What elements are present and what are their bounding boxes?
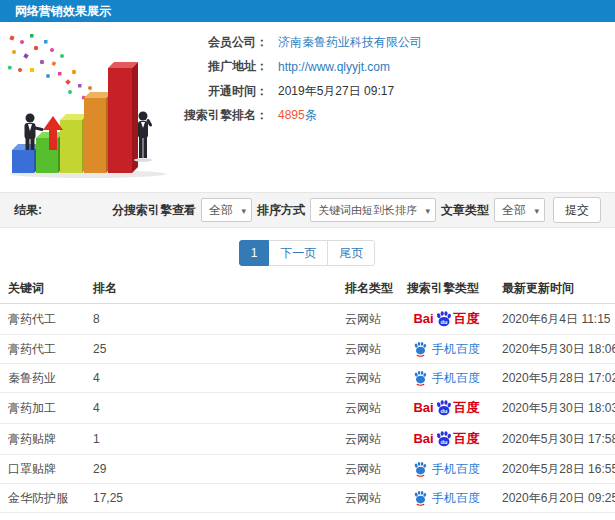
submit-button[interactable]: 提交	[553, 197, 601, 223]
updated-cell: 2020年5月30日 18:03	[494, 393, 615, 424]
page-next-button[interactable]: 下一页	[268, 240, 328, 266]
promo-url-label: 推广地址：	[172, 58, 268, 75]
result-label: 结果:	[14, 202, 42, 219]
page-last-button[interactable]: 尾页	[327, 240, 375, 266]
page-current[interactable]: 1	[239, 240, 270, 266]
engine-cell: 手机百度	[399, 513, 494, 520]
engine-cell: Baidu百度	[399, 424, 494, 455]
baidu-mobile-icon: 手机百度	[413, 341, 480, 357]
col-engine-type: 搜索引擎类型	[399, 274, 494, 304]
baidu-logo: Baidu百度	[413, 430, 479, 448]
filter-bar: 结果: 分搜索引擎查看 全部 ▾ 排序方式 关键词由短到长排序 ▾ 文章类型 全…	[0, 192, 615, 228]
sort-select[interactable]: 关键词由短到长排序 ▾	[310, 198, 436, 222]
baidu-paw-icon: du	[435, 399, 453, 417]
updated-cell: 2020年6月4日 11:10	[494, 513, 615, 520]
article-type-select[interactable]: 全部 ▾	[494, 198, 545, 222]
updated-cell: 2020年6月4日 11:15	[494, 304, 615, 335]
baidu-paw-icon: du	[435, 430, 453, 448]
rank-link[interactable]: 25	[85, 335, 337, 364]
page-title: 网络营销效果展示	[15, 4, 111, 18]
table-row: 秦鲁药业 4 云网站 手机百度 2020年5月28日 17:02	[0, 364, 615, 393]
baidu-logo: Baidu百度	[413, 310, 479, 328]
engine-view-label: 分搜索引擎查看	[112, 202, 196, 219]
sort-label: 排序方式	[257, 202, 305, 219]
ranking-table: 关键词 排名 排名类型 搜索引擎类型 最新更新时间 膏药代工 8 云网站 Bai…	[0, 274, 615, 520]
keyword-cell: 口罩贴牌	[0, 455, 85, 484]
info-row-open-time: 开通时间： 2019年5月27日 09:17	[172, 79, 612, 104]
keyword-cell: 金华防护服	[0, 484, 85, 513]
baidu-paw-icon	[413, 461, 428, 477]
rank-type-cell: 云网站	[337, 455, 399, 484]
pagination: 1 下一页 尾页	[0, 240, 615, 266]
engine-rank-unit: 条	[305, 108, 317, 122]
engine-cell: 手机百度	[399, 455, 494, 484]
promo-url-link[interactable]: http://www.qlyyjt.com	[278, 60, 390, 74]
table-row: 膏药贴牌 1 云网站 Baidu百度 2020年5月30日 17:58	[0, 424, 615, 455]
table-row: 福建防护服 10 云网站 手机百度 2020年6月4日 11:10	[0, 513, 615, 520]
header-bar: 网络营销效果展示	[0, 0, 615, 22]
col-rank-type: 排名类型	[337, 274, 399, 304]
keyword-cell: 福建防护服	[0, 513, 85, 520]
open-time-value: 2019年5月27日 09:17	[278, 83, 394, 100]
engine-cell: Baidu百度	[399, 393, 494, 424]
info-row-engine-rank: 搜索引擎排名： 4895条	[172, 104, 612, 129]
rank-type-cell: 云网站	[337, 393, 399, 424]
article-type-label: 文章类型	[441, 202, 489, 219]
engine-rank-count: 4895	[278, 108, 305, 122]
engine-rank-label: 搜索引擎排名：	[172, 107, 268, 124]
table-row: 膏药代工 8 云网站 Baidu百度 2020年6月4日 11:15	[0, 304, 615, 335]
open-time-label: 开通时间：	[172, 83, 268, 100]
col-updated: 最新更新时间	[494, 274, 615, 304]
keyword-cell: 膏药贴牌	[0, 424, 85, 455]
rank-type-cell: 云网站	[337, 513, 399, 520]
dropdown-caret-icon: ▾	[241, 200, 246, 222]
rank-link[interactable]: 17,25	[85, 484, 337, 513]
rank-link[interactable]: 29	[85, 455, 337, 484]
table-row: 金华防护服 17,25 云网站 手机百度 2020年6月20日 09:25	[0, 484, 615, 513]
company-label: 会员公司：	[172, 34, 268, 51]
dropdown-caret-icon: ▾	[425, 200, 430, 222]
rank-type-cell: 云网站	[337, 484, 399, 513]
updated-cell: 2020年5月30日 17:58	[494, 424, 615, 455]
rank-link[interactable]: 4	[85, 393, 337, 424]
keyword-cell: 秦鲁药业	[0, 364, 85, 393]
engine-cell: Baidu百度	[399, 304, 494, 335]
table-row: 膏药加工 4 云网站 Baidu百度 2020年5月30日 18:03	[0, 393, 615, 424]
engine-view-select[interactable]: 全部 ▾	[201, 198, 252, 222]
rank-link[interactable]: 8	[85, 304, 337, 335]
updated-cell: 2020年5月30日 18:06	[494, 335, 615, 364]
baidu-logo: Baidu百度	[413, 399, 479, 417]
info-row-company: 会员公司： 济南秦鲁药业科技有限公司	[172, 30, 612, 55]
baidu-paw-icon	[413, 370, 428, 386]
member-info-panel: 会员公司： 济南秦鲁药业科技有限公司 推广地址： http://www.qlyy…	[172, 30, 612, 128]
rank-type-cell: 云网站	[337, 304, 399, 335]
keyword-cell: 膏药加工	[0, 393, 85, 424]
rank-type-cell: 云网站	[337, 364, 399, 393]
svg-text:du: du	[440, 319, 447, 325]
baidu-mobile-icon: 手机百度	[413, 490, 480, 506]
rank-link[interactable]: 4	[85, 364, 337, 393]
baidu-mobile-icon: 手机百度	[413, 461, 480, 477]
engine-cell: 手机百度	[399, 484, 494, 513]
engine-cell: 手机百度	[399, 335, 494, 364]
baidu-paw-icon	[413, 490, 428, 506]
svg-text:du: du	[440, 439, 447, 445]
dropdown-caret-icon: ▾	[534, 200, 539, 222]
col-keyword: 关键词	[0, 274, 85, 304]
table-row: 口罩贴牌 29 云网站 手机百度 2020年5月28日 16:55	[0, 455, 615, 484]
rank-type-cell: 云网站	[337, 424, 399, 455]
rank-link[interactable]: 1	[85, 424, 337, 455]
col-rank: 排名	[85, 274, 337, 304]
company-name-link[interactable]: 济南秦鲁药业科技有限公司	[278, 34, 422, 51]
table-body: 膏药代工 8 云网站 Baidu百度 2020年6月4日 11:15 膏药代工 …	[0, 304, 615, 520]
updated-cell: 2020年5月28日 16:55	[494, 455, 615, 484]
keyword-cell: 膏药代工	[0, 335, 85, 364]
baidu-paw-icon: du	[435, 310, 453, 328]
table-row: 膏药代工 25 云网站 手机百度 2020年5月30日 18:06	[0, 335, 615, 364]
info-row-url: 推广地址： http://www.qlyyjt.com	[172, 55, 612, 80]
updated-cell: 2020年5月28日 17:02	[494, 364, 615, 393]
rank-type-cell: 云网站	[337, 335, 399, 364]
rank-link[interactable]: 10	[85, 513, 337, 520]
table-header-row: 关键词 排名 排名类型 搜索引擎类型 最新更新时间	[0, 274, 615, 304]
engine-cell: 手机百度	[399, 364, 494, 393]
